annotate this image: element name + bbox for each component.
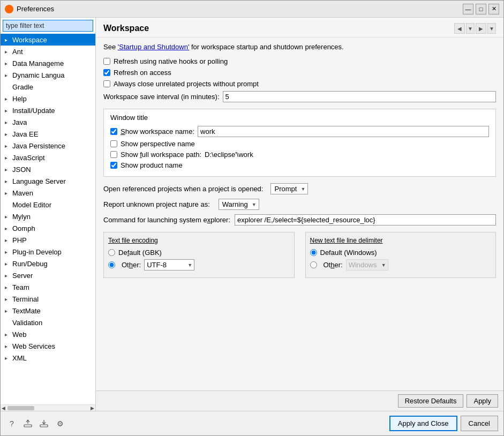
sidebar-item-java-ee[interactable]: ▸ Java EE: [1, 128, 95, 140]
help-icon[interactable]: ?: [6, 418, 18, 430]
sidebar-item-label: Gradle: [12, 83, 33, 91]
bottom-bar: Restore Defaults Apply: [96, 390, 503, 411]
sidebar-item-java[interactable]: ▸ Java: [1, 116, 95, 128]
sidebar-item-textmate[interactable]: ▸ TextMate: [1, 305, 95, 317]
delimiter-default-label[interactable]: Default (Windows): [320, 249, 377, 257]
maximize-button[interactable]: □: [476, 4, 486, 14]
sidebar-hscroll[interactable]: ◀ ▶: [1, 404, 95, 411]
apply-button[interactable]: Apply: [467, 394, 498, 408]
expand-icon: ▸: [5, 237, 12, 243]
back-button[interactable]: ◀: [454, 23, 465, 34]
delimiter-default-radio[interactable]: [310, 249, 317, 256]
sidebar-item-run-debug[interactable]: ▸ Run/Debug: [1, 258, 95, 269]
sidebar-item-label: Java EE: [12, 130, 38, 138]
report-unknown-dropdown[interactable]: Warning Error Ignore: [219, 199, 259, 210]
delimiter-other-radio[interactable]: [310, 261, 317, 268]
svg-rect-0: [24, 425, 32, 427]
command-explorer-label: Command for launching system explorer:: [103, 216, 230, 224]
sidebar-item-label: Validation: [12, 319, 42, 327]
content-header: Workspace ◀ ▼ ▶ ▼: [96, 18, 503, 37]
refresh-access-label[interactable]: Refresh on access: [114, 69, 171, 77]
delimiter-default-row: Default (Windows): [310, 249, 492, 257]
sidebar-item-validation[interactable]: Validation: [1, 317, 95, 328]
sidebar-item-dynamic-languages[interactable]: ▸ Dynamic Langua: [1, 69, 95, 81]
sidebar-item-javascript[interactable]: ▸ JavaScript: [1, 152, 95, 163]
tree-area: ▸ Workspace ▸ Ant ▸ Data Manageme ▸ Dyna…: [1, 34, 95, 404]
import-preferences-icon[interactable]: [38, 418, 50, 430]
show-workspace-name-checkbox[interactable]: [110, 128, 117, 135]
hscroll-left-arrow[interactable]: ◀: [2, 405, 5, 411]
sidebar-item-workspace[interactable]: ▸ Workspace: [1, 34, 95, 46]
sidebar-item-install-update[interactable]: ▸ Install/Update: [1, 104, 95, 116]
show-workspace-name-label[interactable]: Show workspace name:: [121, 127, 194, 136]
sidebar-item-web[interactable]: ▸ Web: [1, 328, 95, 340]
show-full-path-label[interactable]: Show full workspace path:: [121, 151, 201, 159]
sidebar-item-plugin-develop[interactable]: ▸ Plug-in Develop: [1, 246, 95, 258]
show-perspective-label[interactable]: Show perspective name: [121, 140, 195, 148]
workspace-name-input[interactable]: [198, 126, 489, 137]
forward-dropdown[interactable]: ▼: [487, 23, 496, 34]
cancel-button[interactable]: Cancel: [461, 416, 498, 431]
sidebar-item-mylyn[interactable]: ▸ Mylyn: [1, 211, 95, 222]
sidebar-item-java-persistence[interactable]: ▸ Java Persistence: [1, 140, 95, 152]
close-unrelated-label[interactable]: Always close unrelated projects without …: [114, 80, 259, 88]
hscroll-thumb[interactable]: [7, 406, 34, 410]
sidebar-item-server[interactable]: ▸ Server: [1, 269, 95, 281]
encoding-other-label[interactable]: Other:: [122, 261, 141, 269]
show-full-path-checkbox[interactable]: [110, 151, 117, 158]
export-preferences-icon[interactable]: [22, 418, 34, 430]
open-referenced-dropdown[interactable]: Prompt Always Never: [270, 183, 308, 194]
sidebar-item-team[interactable]: ▸ Team: [1, 281, 95, 293]
close-unrelated-row: Always close unrelated projects without …: [103, 80, 496, 88]
sidebar-item-php[interactable]: ▸ PHP: [1, 234, 95, 246]
sidebar-item-terminal[interactable]: ▸ Terminal: [1, 293, 95, 305]
title-bar: Preferences — □ ✕: [1, 1, 503, 18]
sidebar-item-data-management[interactable]: ▸ Data Manageme: [1, 57, 95, 69]
refresh-native-label[interactable]: Refresh using native hooks or polling: [114, 57, 228, 65]
encoding-default-label[interactable]: Default (GBK): [118, 249, 162, 257]
command-explorer-input[interactable]: [235, 214, 496, 225]
sidebar-item-label: Java Persistence: [12, 142, 65, 150]
text-encoding-title: Text file encoding: [108, 237, 290, 244]
sidebar-item-maven[interactable]: ▸ Maven: [1, 187, 95, 199]
svg-rect-1: [40, 425, 48, 427]
report-unknown-dropdown-wrapper: Warning Error Ignore: [214, 199, 259, 210]
restore-defaults-button[interactable]: Restore Defaults: [398, 394, 464, 408]
refresh-access-checkbox[interactable]: [103, 69, 110, 76]
minimize-button[interactable]: —: [463, 4, 473, 14]
sidebar-item-ant[interactable]: ▸ Ant: [1, 46, 95, 57]
sidebar-item-label: Data Manageme: [12, 59, 64, 67]
sidebar-item-oomph[interactable]: ▸ Oomph: [1, 222, 95, 234]
expand-icon: ▸: [5, 49, 12, 55]
sidebar-item-json[interactable]: ▸ JSON: [1, 163, 95, 175]
startup-link[interactable]: 'Startup and Shutdown': [118, 43, 190, 51]
sidebar-item-model-editor[interactable]: Model Editor: [1, 199, 95, 211]
expand-icon: ▸: [5, 131, 12, 137]
apply-and-close-button[interactable]: Apply and Close: [389, 416, 457, 431]
expand-icon: ▸: [5, 119, 12, 125]
sidebar-item-web-services[interactable]: ▸ Web Services: [1, 340, 95, 352]
back-dropdown[interactable]: ▼: [466, 23, 475, 34]
save-interval-input[interactable]: [223, 91, 496, 102]
delimiter-other-label[interactable]: Other:: [324, 261, 343, 269]
show-product-name-checkbox[interactable]: [110, 162, 117, 169]
sidebar-item-xml[interactable]: ▸ XML: [1, 352, 95, 364]
close-button[interactable]: ✕: [488, 4, 499, 14]
sidebar-item-help[interactable]: ▸ Help: [1, 93, 95, 104]
show-product-name-label[interactable]: Show product name: [121, 161, 183, 169]
show-product-name-row: Show product name: [110, 161, 489, 169]
save-interval-label: Workspace save interval (in minutes):: [103, 93, 220, 101]
sidebar-item-language-server[interactable]: ▸ Language Server: [1, 175, 95, 187]
filter-input[interactable]: [3, 20, 93, 32]
encoding-other-dropdown[interactable]: UTF-8 UTF-16 ISO-8859-1 US-ASCII: [144, 259, 194, 270]
encoding-other-radio[interactable]: [108, 261, 115, 268]
sidebar-item-gradle[interactable]: Gradle: [1, 81, 95, 93]
encoding-default-radio[interactable]: [108, 249, 115, 256]
refresh-native-checkbox[interactable]: [103, 58, 110, 65]
manage-settings-icon[interactable]: ⚙: [54, 418, 66, 430]
delimiter-other-dropdown[interactable]: Windows Unix Mac: [346, 259, 388, 270]
forward-button[interactable]: ▶: [476, 23, 486, 34]
show-perspective-checkbox[interactable]: [110, 140, 117, 147]
close-unrelated-checkbox[interactable]: [103, 80, 110, 87]
hscroll-right-arrow[interactable]: ▶: [91, 405, 94, 411]
